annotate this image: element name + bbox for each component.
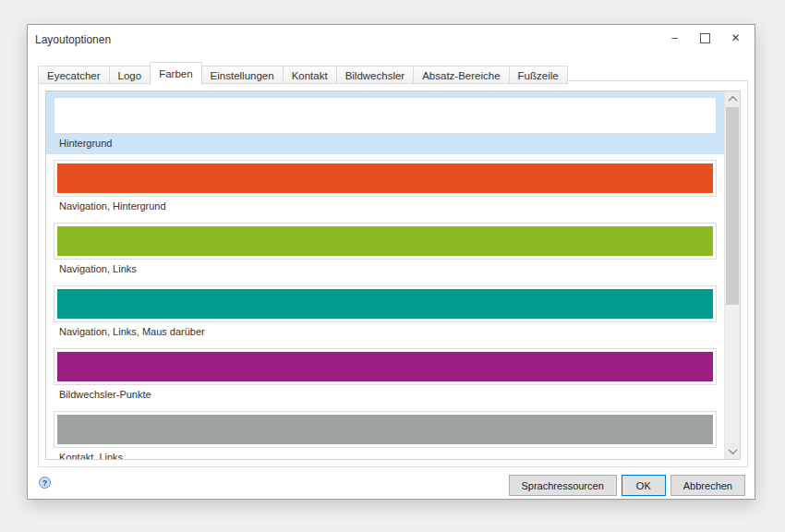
list-item-navigation-links-hover[interactable]: Navigation, Links, Maus darüber <box>46 280 724 343</box>
tab-kontakt[interactable]: Kontakt <box>283 66 337 84</box>
list-item-navigation-hintergrund[interactable]: Navigation, Hintergrund <box>46 154 724 217</box>
color-swatch <box>57 352 713 381</box>
scrollbar-thumb[interactable] <box>726 107 739 305</box>
list-item-label: Navigation, Links <box>59 263 717 274</box>
list-item-label: Hintergrund <box>59 138 717 149</box>
color-swatch <box>57 289 713 319</box>
color-swatch-frame <box>54 97 717 134</box>
window-controls: – ✕ <box>659 28 751 48</box>
tab-farben[interactable]: Farben <box>150 62 201 85</box>
ok-button[interactable]: OK <box>622 475 666 496</box>
tab-eyecatcher[interactable]: Eyecatcher <box>38 66 110 84</box>
scroll-up-button[interactable] <box>725 91 740 107</box>
tab-bar: Eyecatcher Logo Farben Einstellungen Kon… <box>38 62 567 84</box>
help-icon[interactable]: ? <box>39 477 51 489</box>
titlebar: Layoutoptionen – ✕ <box>28 25 755 60</box>
tab-einstellungen[interactable]: Einstellungen <box>201 66 284 84</box>
color-swatch <box>57 101 713 130</box>
scroll-down-button[interactable] <box>725 443 740 459</box>
footer-buttons: Sprachressourcen OK Abbrechen <box>509 475 746 496</box>
list-item-label: Navigation, Hintergrund <box>59 200 717 212</box>
tab-bildwechsler[interactable]: Bildwechsler <box>336 66 415 84</box>
color-list-viewport: Hintergrund Navigation, Hintergrund Navi… <box>46 91 724 459</box>
list-item-kontakt-links[interactable]: Kontakt, Links <box>46 405 724 459</box>
color-swatch-frame <box>54 285 717 322</box>
dialog-window: Layoutoptionen – ✕ Eyecatcher Logo Farbe… <box>27 24 755 500</box>
maximize-button[interactable] <box>690 28 720 48</box>
list-item-hintergrund[interactable]: Hintergrund <box>46 91 724 154</box>
color-swatch <box>57 226 713 256</box>
minimize-button[interactable]: – <box>659 28 690 48</box>
tab-fusszeile[interactable]: Fußzeile <box>509 66 568 84</box>
list-item-label: Navigation, Links, Maus darüber <box>59 326 717 337</box>
sprachressourcen-button[interactable]: Sprachressourcen <box>509 475 617 496</box>
color-swatch-frame <box>54 411 717 448</box>
tab-panel-farben: Hintergrund Navigation, Hintergrund Navi… <box>38 80 748 467</box>
color-swatch-frame <box>54 160 717 197</box>
chevron-up-icon <box>728 96 737 105</box>
tab-absatz-bereiche[interactable]: Absatz-Bereiche <box>413 66 509 84</box>
color-swatch <box>57 163 713 193</box>
tab-logo[interactable]: Logo <box>109 66 151 84</box>
color-list: Hintergrund Navigation, Hintergrund Navi… <box>45 91 741 460</box>
vertical-scrollbar[interactable] <box>724 91 740 459</box>
chevron-down-icon <box>728 445 737 454</box>
close-button[interactable]: ✕ <box>720 28 751 48</box>
list-item-navigation-links[interactable]: Navigation, Links <box>46 217 724 280</box>
window-title: Layoutoptionen <box>35 33 111 46</box>
list-item-bildwechsler-punkte[interactable]: Bildwechsler-Punkte <box>46 343 724 405</box>
color-swatch-frame <box>54 223 717 260</box>
maximize-icon <box>700 33 710 43</box>
color-swatch-frame <box>54 348 717 385</box>
list-item-label: Kontakt, Links <box>59 452 717 459</box>
color-swatch <box>57 415 713 444</box>
list-item-label: Bildwechsler-Punkte <box>59 389 717 400</box>
cancel-button[interactable]: Abbrechen <box>670 475 745 496</box>
